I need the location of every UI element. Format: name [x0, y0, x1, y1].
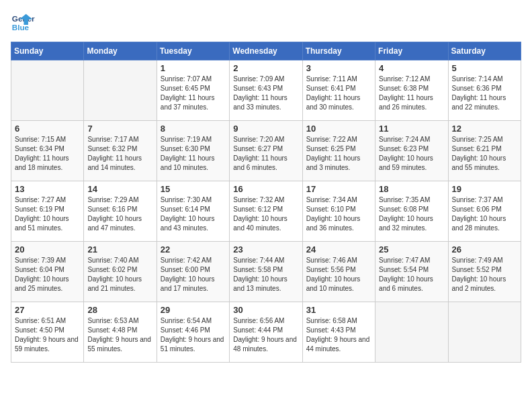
- day-info: Sunrise: 6:51 AM Sunset: 4:50 PM Dayligh…: [15, 316, 80, 354]
- calendar-cell: 28Sunrise: 6:53 AM Sunset: 4:48 PM Dayli…: [84, 302, 157, 363]
- calendar-cell: 11Sunrise: 7:24 AM Sunset: 6:23 PM Dayli…: [375, 121, 448, 181]
- day-info: Sunrise: 7:25 AM Sunset: 6:21 PM Dayligh…: [452, 135, 517, 173]
- calendar-cell: 21Sunrise: 7:40 AM Sunset: 6:02 PM Dayli…: [84, 242, 157, 302]
- day-info: Sunrise: 7:14 AM Sunset: 6:36 PM Dayligh…: [452, 75, 517, 112]
- day-number: 3: [306, 63, 371, 73]
- calendar-header-row: SundayMondayTuesdayWednesdayThursdayFrid…: [11, 42, 521, 60]
- day-info: Sunrise: 7:24 AM Sunset: 6:23 PM Dayligh…: [379, 135, 444, 173]
- day-info: Sunrise: 6:53 AM Sunset: 4:48 PM Dayligh…: [87, 316, 152, 354]
- logo-icon: General Blue: [11, 11, 35, 35]
- day-number: 18: [379, 184, 444, 194]
- col-header-friday: Friday: [375, 42, 448, 60]
- day-info: Sunrise: 7:29 AM Sunset: 6:16 PM Dayligh…: [87, 195, 152, 233]
- calendar-cell: [84, 60, 157, 121]
- day-info: Sunrise: 7:49 AM Sunset: 5:52 PM Dayligh…: [452, 256, 517, 293]
- day-number: 11: [379, 124, 444, 134]
- calendar-cell: 3Sunrise: 7:11 AM Sunset: 6:41 PM Daylig…: [302, 60, 375, 121]
- day-number: 21: [87, 244, 152, 255]
- day-number: 10: [306, 124, 371, 134]
- col-header-sunday: Sunday: [11, 42, 84, 60]
- day-info: Sunrise: 7:09 AM Sunset: 6:43 PM Dayligh…: [233, 75, 298, 112]
- calendar-cell: 27Sunrise: 6:51 AM Sunset: 4:50 PM Dayli…: [11, 302, 84, 363]
- calendar-cell: 14Sunrise: 7:29 AM Sunset: 6:16 PM Dayli…: [84, 181, 157, 242]
- day-number: 19: [452, 184, 517, 194]
- col-header-thursday: Thursday: [302, 42, 375, 60]
- col-header-monday: Monday: [84, 42, 157, 60]
- calendar-cell: 22Sunrise: 7:42 AM Sunset: 6:00 PM Dayli…: [157, 242, 229, 302]
- day-info: Sunrise: 7:20 AM Sunset: 6:27 PM Dayligh…: [233, 135, 298, 173]
- calendar-cell: 26Sunrise: 7:49 AM Sunset: 5:52 PM Dayli…: [448, 242, 521, 302]
- calendar-table: SundayMondayTuesdayWednesdayThursdayFrid…: [11, 42, 521, 363]
- calendar-cell: 31Sunrise: 6:58 AM Sunset: 4:43 PM Dayli…: [302, 302, 375, 363]
- calendar-cell: 23Sunrise: 7:44 AM Sunset: 5:58 PM Dayli…: [230, 242, 302, 302]
- day-number: 4: [379, 63, 444, 73]
- calendar-cell: 24Sunrise: 7:46 AM Sunset: 5:56 PM Dayli…: [302, 242, 375, 302]
- day-number: 20: [15, 244, 80, 255]
- day-number: 27: [15, 305, 80, 315]
- calendar-week-row: 27Sunrise: 6:51 AM Sunset: 4:50 PM Dayli…: [11, 302, 521, 363]
- day-number: 8: [161, 124, 226, 134]
- day-number: 2: [233, 63, 298, 73]
- logo: General Blue: [11, 11, 38, 35]
- day-info: Sunrise: 7:46 AM Sunset: 5:56 PM Dayligh…: [306, 256, 371, 293]
- calendar-cell: 7Sunrise: 7:17 AM Sunset: 6:32 PM Daylig…: [84, 121, 157, 181]
- day-info: Sunrise: 6:58 AM Sunset: 4:43 PM Dayligh…: [306, 316, 371, 354]
- calendar-week-row: 13Sunrise: 7:27 AM Sunset: 6:19 PM Dayli…: [11, 181, 521, 242]
- calendar-cell: [375, 302, 448, 363]
- calendar-week-row: 20Sunrise: 7:39 AM Sunset: 6:04 PM Dayli…: [11, 242, 521, 302]
- calendar-cell: 5Sunrise: 7:14 AM Sunset: 6:36 PM Daylig…: [448, 60, 521, 121]
- day-number: 29: [161, 305, 226, 315]
- day-number: 22: [161, 244, 226, 255]
- calendar-cell: [448, 302, 521, 363]
- calendar-cell: 8Sunrise: 7:19 AM Sunset: 6:30 PM Daylig…: [157, 121, 229, 181]
- calendar-cell: [11, 60, 84, 121]
- day-info: Sunrise: 7:12 AM Sunset: 6:38 PM Dayligh…: [379, 75, 444, 112]
- day-number: 15: [161, 184, 226, 194]
- col-header-saturday: Saturday: [448, 42, 521, 60]
- calendar-cell: 17Sunrise: 7:34 AM Sunset: 6:10 PM Dayli…: [302, 181, 375, 242]
- calendar-cell: 13Sunrise: 7:27 AM Sunset: 6:19 PM Dayli…: [11, 181, 84, 242]
- day-info: Sunrise: 7:07 AM Sunset: 6:45 PM Dayligh…: [161, 75, 226, 112]
- day-info: Sunrise: 7:30 AM Sunset: 6:14 PM Dayligh…: [161, 195, 226, 233]
- calendar-cell: 25Sunrise: 7:47 AM Sunset: 5:54 PM Dayli…: [375, 242, 448, 302]
- calendar-cell: 2Sunrise: 7:09 AM Sunset: 6:43 PM Daylig…: [230, 60, 302, 121]
- col-header-tuesday: Tuesday: [157, 42, 229, 60]
- calendar-cell: 15Sunrise: 7:30 AM Sunset: 6:14 PM Dayli…: [157, 181, 229, 242]
- day-number: 24: [306, 244, 371, 255]
- day-number: 17: [306, 184, 371, 194]
- day-number: 13: [15, 184, 80, 194]
- day-number: 9: [233, 124, 298, 134]
- day-info: Sunrise: 7:22 AM Sunset: 6:25 PM Dayligh…: [306, 135, 371, 173]
- day-info: Sunrise: 7:11 AM Sunset: 6:41 PM Dayligh…: [306, 75, 371, 112]
- calendar-cell: 19Sunrise: 7:37 AM Sunset: 6:06 PM Dayli…: [448, 181, 521, 242]
- day-number: 25: [379, 244, 444, 255]
- calendar-cell: 16Sunrise: 7:32 AM Sunset: 6:12 PM Dayli…: [230, 181, 302, 242]
- calendar-cell: 29Sunrise: 6:54 AM Sunset: 4:46 PM Dayli…: [157, 302, 229, 363]
- day-info: Sunrise: 7:44 AM Sunset: 5:58 PM Dayligh…: [233, 256, 298, 293]
- calendar-week-row: 1Sunrise: 7:07 AM Sunset: 6:45 PM Daylig…: [11, 60, 521, 121]
- day-info: Sunrise: 7:40 AM Sunset: 6:02 PM Dayligh…: [87, 256, 152, 293]
- day-number: 28: [87, 305, 152, 315]
- day-number: 30: [233, 305, 298, 315]
- day-number: 16: [233, 184, 298, 194]
- day-info: Sunrise: 7:15 AM Sunset: 6:34 PM Dayligh…: [15, 135, 80, 173]
- day-info: Sunrise: 7:39 AM Sunset: 6:04 PM Dayligh…: [15, 256, 80, 293]
- col-header-wednesday: Wednesday: [230, 42, 302, 60]
- day-number: 12: [452, 124, 517, 134]
- day-number: 23: [233, 244, 298, 255]
- calendar-week-row: 6Sunrise: 7:15 AM Sunset: 6:34 PM Daylig…: [11, 121, 521, 181]
- calendar-cell: 12Sunrise: 7:25 AM Sunset: 6:21 PM Dayli…: [448, 121, 521, 181]
- page-header: General Blue: [11, 11, 521, 35]
- calendar-cell: 18Sunrise: 7:35 AM Sunset: 6:08 PM Dayli…: [375, 181, 448, 242]
- day-info: Sunrise: 7:19 AM Sunset: 6:30 PM Dayligh…: [161, 135, 226, 173]
- day-number: 1: [161, 63, 226, 73]
- day-info: Sunrise: 7:17 AM Sunset: 6:32 PM Dayligh…: [87, 135, 152, 173]
- day-info: Sunrise: 7:34 AM Sunset: 6:10 PM Dayligh…: [306, 195, 371, 233]
- day-info: Sunrise: 7:47 AM Sunset: 5:54 PM Dayligh…: [379, 256, 444, 293]
- day-number: 31: [306, 305, 371, 315]
- day-info: Sunrise: 7:37 AM Sunset: 6:06 PM Dayligh…: [452, 195, 517, 233]
- calendar-cell: 30Sunrise: 6:56 AM Sunset: 4:44 PM Dayli…: [230, 302, 302, 363]
- calendar-cell: 1Sunrise: 7:07 AM Sunset: 6:45 PM Daylig…: [157, 60, 229, 121]
- day-info: Sunrise: 7:27 AM Sunset: 6:19 PM Dayligh…: [15, 195, 80, 233]
- day-info: Sunrise: 6:56 AM Sunset: 4:44 PM Dayligh…: [233, 316, 298, 354]
